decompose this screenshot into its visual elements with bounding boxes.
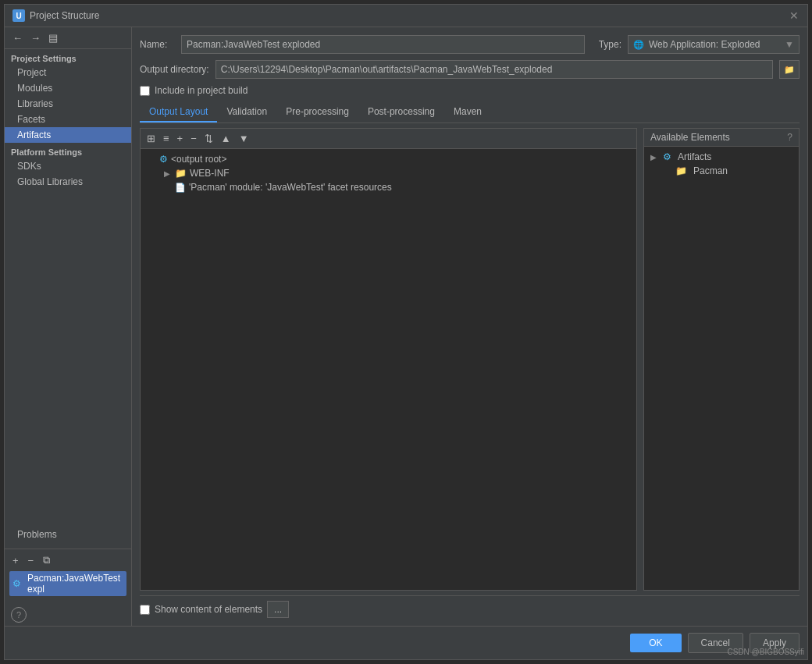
tree-flat-button[interactable]: ≡ <box>160 131 173 146</box>
dialog-footer: OK Cancel Apply <box>5 626 807 659</box>
sidebar-item-problems[interactable]: Problems <box>5 527 131 542</box>
sidebar-item-global-libraries[interactable]: Global Libraries <box>5 174 131 190</box>
artifacts-icon: ⚙ <box>663 151 671 162</box>
nav-back-button[interactable]: ← <box>9 30 26 45</box>
ok-button[interactable]: OK <box>630 634 681 652</box>
bottom-bar: Show content of elements ... <box>140 595 800 618</box>
tab-validation[interactable]: Validation <box>217 102 276 123</box>
name-type-row: Name: Type: 🌐 Web Application: Exploded … <box>140 35 800 54</box>
artifact-list-icon: ⚙ <box>12 578 21 589</box>
nav-forward-button[interactable]: → <box>27 30 44 45</box>
name-input[interactable] <box>181 35 585 54</box>
pacman-module-icon: 📄 <box>175 183 186 193</box>
name-label: Name: <box>140 39 175 50</box>
tab-pre-processing[interactable]: Pre-processing <box>276 102 358 123</box>
tree-sort-button[interactable]: ⇅ <box>201 131 216 146</box>
tree-sub-pacman-module: 📄 'Pacman' module: 'JavaWebTest' facet r… <box>144 180 633 194</box>
main-content: ← → ▤ Project Settings Project Modules L… <box>5 27 807 626</box>
sidebar-nav-toolbar: ← → ▤ <box>5 27 131 49</box>
show-content-row: Show content of elements ... <box>140 601 800 618</box>
tree-remove-button[interactable]: − <box>187 131 200 146</box>
type-select-chevron: ▼ <box>785 39 794 50</box>
pacman-folder-icon: 📁 <box>675 165 687 176</box>
available-elements-header: Available Elements ? <box>644 129 799 147</box>
project-structure-dialog: U Project Structure ✕ ← → ▤ Project Sett… <box>4 4 808 660</box>
tree-show-paths-button[interactable]: ⊞ <box>144 131 158 146</box>
sidebar-help-area: ? <box>5 599 131 626</box>
tree-content: ⚙ <output root> ▶ 📁 WEB-INF <box>141 149 636 590</box>
sidebar-item-libraries[interactable]: Libraries <box>5 96 131 112</box>
watermark: CSDN @BIGBOSSyifi <box>727 648 804 656</box>
type-select-value: Web Application: Exploded <box>649 39 760 50</box>
sidebar-item-sdks[interactable]: SDKs <box>5 158 131 174</box>
available-elements-help[interactable]: ? <box>787 132 792 143</box>
artifact-list-item[interactable]: ⚙ Pacman:JavaWebTest expl <box>9 571 126 596</box>
sidebar-item-project[interactable]: Project <box>5 65 131 80</box>
available-elements-title: Available Elements <box>650 132 730 143</box>
tree-panel: ⊞ ≡ + − ⇅ ▲ ▼ ⚙ <output root> <box>140 128 637 591</box>
include-checkbox-row: Include in project build <box>140 85 800 96</box>
browse-button[interactable]: 📁 <box>779 60 800 79</box>
webinf-folder-icon: 📁 <box>175 168 187 179</box>
close-button[interactable]: ✕ <box>789 10 800 21</box>
tree-sub-webinf: ▶ 📁 WEB-INF <box>144 166 633 180</box>
tree-down-button[interactable]: ▼ <box>236 131 252 146</box>
type-select[interactable]: 🌐 Web Application: Exploded ▼ <box>628 35 800 54</box>
include-label[interactable]: Include in project build <box>155 85 248 96</box>
artifacts-expander: ▶ <box>650 153 660 162</box>
tree-item-webinf[interactable]: ▶ 📁 WEB-INF <box>159 166 633 180</box>
tab-maven[interactable]: Maven <box>444 102 491 123</box>
tab-post-processing[interactable]: Post-processing <box>358 102 444 123</box>
available-pacman-item[interactable]: 📁 Pacman <box>647 164 796 178</box>
include-checkbox[interactable] <box>140 86 150 96</box>
copy-artifact-button[interactable]: ⧉ <box>40 552 53 568</box>
tree-item-pacman-module[interactable]: 📄 'Pacman' module: 'JavaWebTest' facet r… <box>159 180 633 194</box>
platform-settings-header: Platform Settings <box>5 143 131 158</box>
sidebar-item-facets[interactable]: Facets <box>5 112 131 127</box>
help-button[interactable]: ? <box>11 607 27 623</box>
available-content: ▶ ⚙ Artifacts 📁 Pacman <box>644 147 799 590</box>
artifacts-label: Artifacts <box>678 151 711 162</box>
sidebar-bottom-spacer <box>5 190 131 527</box>
remove-artifact-button[interactable]: − <box>25 552 37 568</box>
sidebar: ← → ▤ Project Settings Project Modules L… <box>5 27 132 626</box>
tree-toolbar: ⊞ ≡ + − ⇅ ▲ ▼ <box>141 129 636 149</box>
sidebar-item-modules[interactable]: Modules <box>5 80 131 96</box>
nav-history-button[interactable]: ▤ <box>45 30 61 45</box>
app-icon: U <box>12 9 25 22</box>
project-settings-header: Project Settings <box>5 49 131 65</box>
title-bar: U Project Structure ✕ <box>5 5 807 27</box>
artifact-list-label: Pacman:JavaWebTest expl <box>27 573 123 595</box>
tabs-bar: Output Layout Validation Pre-processing … <box>140 102 800 123</box>
tree-add-button[interactable]: + <box>174 131 187 146</box>
webinf-expander: ▶ <box>162 169 172 178</box>
artifact-list-toolbar: + − ⧉ ⚙ Pacman:JavaWebTest expl <box>5 549 131 599</box>
type-label: Type: <box>599 39 621 50</box>
output-dir-label: Output directory: <box>140 64 209 75</box>
right-panel: Name: Type: 🌐 Web Application: Exploded … <box>132 27 807 626</box>
available-artifacts-item[interactable]: ▶ ⚙ Artifacts <box>647 150 796 164</box>
pacman-label: Pacman <box>693 165 728 176</box>
content-area: ⊞ ≡ + − ⇅ ▲ ▼ ⚙ <output root> <box>140 128 800 591</box>
dialog-title: Project Structure <box>30 10 99 21</box>
available-elements-panel: Available Elements ? ▶ ⚙ Artifacts <box>643 128 800 591</box>
title-bar-left: U Project Structure <box>12 9 99 22</box>
ellipsis-button[interactable]: ... <box>267 601 289 618</box>
output-root-icon: ⚙ <box>159 154 168 165</box>
sidebar-item-artifacts[interactable]: Artifacts <box>5 127 131 143</box>
output-dir-row: Output directory: 📁 <box>140 60 800 79</box>
show-content-checkbox[interactable] <box>140 605 150 615</box>
tree-up-button[interactable]: ▲ <box>218 131 234 146</box>
type-select-icon: 🌐 <box>633 40 644 50</box>
show-content-label[interactable]: Show content of elements <box>155 604 262 615</box>
output-dir-input[interactable] <box>215 60 773 79</box>
tab-output-layout[interactable]: Output Layout <box>140 102 217 123</box>
tree-item-output-root[interactable]: ⚙ <output root> <box>144 152 633 166</box>
add-artifact-button[interactable]: + <box>9 552 22 568</box>
